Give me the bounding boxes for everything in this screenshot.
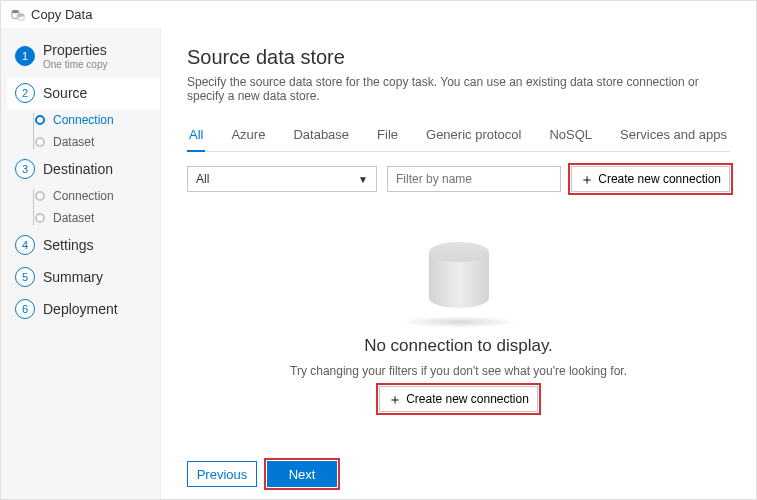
next-button[interactable]: Next bbox=[267, 461, 337, 487]
step-properties[interactable]: 1 Properties One time copy bbox=[7, 36, 160, 77]
app-title: Copy Data bbox=[31, 7, 92, 22]
copy-data-icon bbox=[11, 8, 25, 22]
substep-source-dataset[interactable]: Dataset bbox=[23, 131, 160, 153]
page-title: Source data store bbox=[187, 46, 730, 69]
empty-hint: Try changing your filters if you don't s… bbox=[290, 364, 627, 378]
title-bar: Copy Data bbox=[1, 1, 756, 28]
tab-nosql[interactable]: NoSQL bbox=[547, 121, 594, 151]
name-filter-input[interactable] bbox=[387, 166, 561, 192]
database-icon bbox=[429, 242, 489, 312]
tab-azure[interactable]: Azure bbox=[229, 121, 267, 151]
substep-dest-dataset[interactable]: Dataset bbox=[23, 207, 160, 229]
page-description: Specify the source data store for the co… bbox=[187, 75, 730, 103]
step-summary[interactable]: 5Summary bbox=[7, 261, 160, 293]
tab-database[interactable]: Database bbox=[291, 121, 351, 151]
substep-source-connection[interactable]: Connection bbox=[23, 109, 160, 131]
step-deployment[interactable]: 6Deployment bbox=[7, 293, 160, 325]
svg-point-0 bbox=[12, 9, 19, 13]
tab-generic-protocol[interactable]: Generic protocol bbox=[424, 121, 523, 151]
previous-button[interactable]: Previous bbox=[187, 461, 257, 487]
wizard-sidebar: 1 Properties One time copy 2 Source Conn… bbox=[1, 28, 161, 499]
empty-title: No connection to display. bbox=[364, 336, 553, 356]
tab-services-apps[interactable]: Services and apps bbox=[618, 121, 729, 151]
create-new-connection-button-empty[interactable]: ＋ Create new connection bbox=[379, 386, 538, 412]
plus-icon: ＋ bbox=[580, 172, 594, 186]
substep-dest-connection[interactable]: Connection bbox=[23, 185, 160, 207]
tab-all[interactable]: All bbox=[187, 121, 205, 152]
step-destination[interactable]: 3 Destination bbox=[7, 153, 160, 185]
category-tabs: All Azure Database File Generic protocol… bbox=[187, 121, 730, 152]
step-source[interactable]: 2 Source bbox=[7, 77, 160, 109]
type-select[interactable]: All ▼ bbox=[187, 166, 377, 192]
svg-point-1 bbox=[17, 13, 24, 17]
create-new-connection-button-top[interactable]: ＋ Create new connection bbox=[571, 166, 730, 192]
chevron-down-icon: ▼ bbox=[358, 174, 368, 185]
empty-state: No connection to display. Try changing y… bbox=[187, 202, 730, 451]
step-settings[interactable]: 4Settings bbox=[7, 229, 160, 261]
plus-icon: ＋ bbox=[388, 392, 402, 406]
main-content: Source data store Specify the source dat… bbox=[161, 28, 756, 499]
tab-file[interactable]: File bbox=[375, 121, 400, 151]
